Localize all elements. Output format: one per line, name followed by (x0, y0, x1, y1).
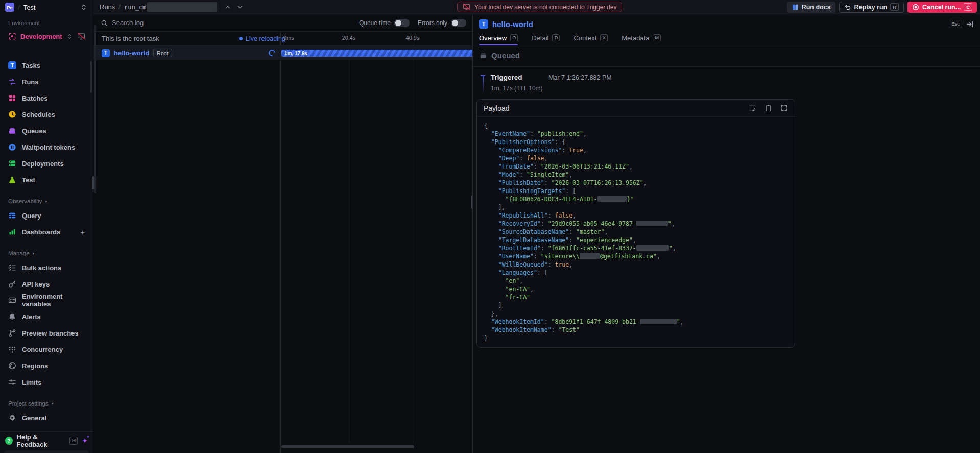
timeline-horizontal-scrollbar[interactable] (281, 445, 414, 448)
chevron-up-down-icon[interactable] (80, 3, 88, 11)
environment-focus-icon (8, 32, 16, 40)
warning-text: Your local dev server is not connected t… (474, 4, 616, 11)
timeline-tick-label: 40.9s (406, 35, 420, 41)
add-dashboard-button[interactable]: + (80, 228, 85, 236)
payload-line: "TargetDatabaseName": "experienceedge", (484, 236, 787, 244)
copy-icon[interactable] (764, 104, 772, 112)
environment-variables-icon (8, 296, 16, 304)
errors-only-filter: Errors only (418, 19, 466, 27)
sidebar-item-deployments[interactable]: Deployments (3, 155, 90, 172)
search-input[interactable] (112, 19, 265, 27)
timeline-gridline (349, 46, 349, 444)
sidebar-item-api-keys[interactable]: API keys (3, 276, 90, 292)
payload-line: }, (484, 309, 787, 318)
chevron-up-down-icon[interactable] (66, 33, 73, 40)
sidebar-item-schedules[interactable]: Schedules (3, 106, 90, 123)
sidebar-item-tasks[interactable]: TTasks (3, 57, 90, 74)
cancel-run-button[interactable]: Cancel run... C (907, 2, 977, 13)
dashboards-icon (8, 228, 16, 236)
tab-context[interactable]: ContextX (573, 34, 608, 45)
next-run-chevron-down-icon[interactable] (236, 4, 244, 11)
triggered-event: Triggered Mar 7 1:26:27.882 PM 1m, 17s (… (481, 74, 974, 92)
sidebar-item-bulk-actions[interactable]: Bulk actions (3, 259, 90, 276)
section-header-observability[interactable]: Observability (0, 195, 93, 207)
tab-detail[interactable]: DetailD (532, 34, 560, 45)
payload-line: "PublishDate": "2026-03-07T16:26:13.956Z… (484, 179, 787, 187)
sidebar-item-alerts[interactable]: Alerts (3, 308, 90, 325)
errors-only-toggle[interactable] (451, 19, 466, 27)
sidebar-resize-handle[interactable] (92, 176, 94, 189)
payload-line: } (484, 334, 787, 342)
sidebar-item-batches[interactable]: Batches (3, 90, 90, 106)
sidebar-item-test[interactable]: Test (3, 172, 90, 188)
log-vertical-scrollbar[interactable] (94, 25, 96, 193)
help-shortcut: H (69, 437, 78, 445)
sidebar-scrollbar[interactable] (90, 61, 92, 93)
tab-label: Detail (532, 34, 548, 42)
prev-run-chevron-up-icon[interactable] (224, 4, 231, 11)
run-id-redacted (147, 2, 217, 12)
api-keys-icon (8, 280, 16, 288)
sidebar-item-label: Alerts (22, 313, 41, 321)
expand-icon[interactable] (780, 104, 788, 112)
section-header-manage[interactable]: Manage (0, 247, 93, 259)
payload-line: ], (484, 203, 787, 211)
payload-line: "PublishingTargets": [ (484, 187, 787, 195)
sidebar-item-general[interactable]: General (3, 410, 90, 426)
task-duration-bar[interactable]: 1m, 17.9s (281, 50, 472, 57)
payload-line: "SourceDatabaseName": "master", (484, 228, 787, 236)
timeline-tick-label: 0ms (283, 35, 294, 41)
sidebar-item-label: Bulk actions (22, 264, 61, 272)
filter-label: Errors only (418, 19, 447, 27)
sparkles-icon[interactable]: ✦✦ (82, 437, 88, 445)
task-duration-label: 1m, 17.9s (284, 51, 307, 56)
word-wrap-icon[interactable] (749, 104, 756, 112)
limits-icon (8, 378, 16, 386)
sidebar-item-label: Regions (22, 362, 48, 370)
tab-metadata[interactable]: MetadataM (622, 34, 661, 45)
replay-run-button[interactable]: Replay run R (839, 2, 904, 13)
list-timeline-divider (280, 32, 281, 453)
environment-selector[interactable]: Development (3, 30, 90, 43)
preview-branches-icon (8, 329, 16, 337)
sidebar-item-runs[interactable]: Runs (3, 74, 90, 90)
sidebar-item-preview-branches[interactable]: Preview branches (3, 325, 90, 341)
sidebar-item-dashboards[interactable]: Dashboards+ (3, 224, 90, 240)
sidebar-item-limits[interactable]: Limits (3, 374, 90, 390)
sidebar-item-query[interactable]: Query (3, 207, 90, 224)
filter-label: Queue time (359, 19, 391, 27)
timeline-tick (413, 41, 413, 45)
help-feedback[interactable]: ? Help & Feedback H ✦✦ (0, 431, 93, 450)
sidebar-item-concurrency[interactable]: Concurrency (3, 341, 90, 357)
org-logo: Pe (5, 3, 14, 12)
sidebar-item-queues[interactable]: Queues (3, 123, 90, 139)
regions-icon (8, 362, 16, 370)
queue-time-filter: Queue time (359, 19, 410, 27)
payload-line: "FromDate": "2026-03-06T13:21:46.11Z", (484, 162, 787, 171)
tasks-icon: T (8, 61, 16, 69)
sidebar-item-environment-variables[interactable]: Environment variables (3, 292, 90, 308)
tab-label: Metadata (622, 34, 649, 42)
task-row[interactable]: T hello-world Root 1m, 17.9s (93, 46, 472, 60)
section-header-project-settings[interactable]: Project settings (0, 397, 93, 410)
sidebar-item-label: Runs (22, 78, 39, 86)
sidebar-item-label: Queues (22, 127, 46, 135)
close-panel-icon[interactable] (966, 20, 974, 28)
sidebar-item-regions[interactable]: Regions (3, 357, 90, 374)
triggered-duration: 1m, 17s (TTL 10m) (491, 85, 974, 92)
payload-line: "Mode": "SingleItem", (484, 171, 787, 179)
project-switcher[interactable]: Pe / Test (0, 0, 93, 14)
root-badge: Root (153, 49, 172, 57)
breadcrumb-runs[interactable]: Runs (100, 3, 115, 11)
deployments-icon (8, 159, 16, 168)
sidebar-item-waitpoint-tokens[interactable]: Waitpoint tokens (3, 139, 90, 155)
timeline-gridline (413, 46, 413, 444)
payload-line: "en-CA", (484, 285, 787, 293)
tab-shortcut: X (600, 34, 608, 41)
queue-time-toggle[interactable] (394, 19, 410, 27)
sidebar-item-label: Test (22, 176, 35, 184)
slash-divider: / (18, 4, 20, 11)
run-docs-button[interactable]: Run docs (787, 2, 835, 13)
tab-overview[interactable]: OverviewO (479, 34, 518, 45)
sidebar-item-label: Limits (22, 378, 41, 386)
